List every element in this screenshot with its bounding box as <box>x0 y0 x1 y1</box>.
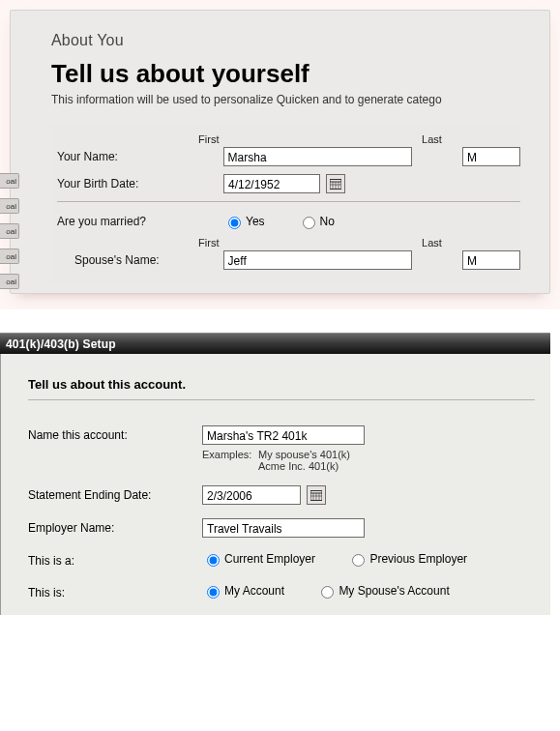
married-no-label: No <box>320 215 335 228</box>
col-header-last: Last <box>422 237 520 249</box>
your-name-label: Your Name: <box>57 150 223 163</box>
window-titlebar: 401(k)/403(b) Setup <box>0 333 550 354</box>
birth-date-input[interactable] <box>223 174 320 193</box>
married-no-option[interactable]: No <box>298 214 335 229</box>
previous-employer-option[interactable]: Previous Employer <box>347 551 467 567</box>
side-goal-tab[interactable]: oal <box>0 173 19 189</box>
col-header-first: First <box>198 133 379 145</box>
window-title: 401(k)/403(b) Setup <box>6 337 116 351</box>
calendar-icon[interactable] <box>326 174 345 193</box>
examples-label: Examples: <box>202 449 258 472</box>
spouse-first-input[interactable] <box>223 250 413 270</box>
employer-name-input[interactable] <box>202 518 365 538</box>
last-name-input[interactable] <box>462 147 520 166</box>
current-employer-option[interactable]: Current Employer <box>202 551 315 567</box>
breadcrumb: About You <box>51 32 520 49</box>
spouse-account-radio[interactable] <box>321 586 334 599</box>
side-goal-tab[interactable]: oal <box>0 223 19 239</box>
married-yes-option[interactable]: Yes <box>223 214 265 229</box>
spouse-account-option[interactable]: My Spouse's Account <box>316 583 449 599</box>
account-name-label: Name this account: <box>28 425 202 442</box>
current-employer-radio[interactable] <box>207 554 220 567</box>
side-tabs: oal oal oal oal oal <box>0 173 19 289</box>
col-header-first: First <box>198 237 379 249</box>
previous-employer-text: Previous Employer <box>369 552 467 566</box>
married-label: Are you married? <box>57 215 223 228</box>
this-is-a-label: This is a: <box>28 551 202 568</box>
page-title: Tell us about yourself <box>51 59 520 89</box>
side-goal-tab[interactable]: oal <box>0 198 19 214</box>
this-is-label: This is: <box>28 583 202 599</box>
example-text-2: Acme Inc. 401(k) <box>258 460 350 472</box>
spouse-last-input[interactable] <box>462 250 520 270</box>
married-yes-label: Yes <box>246 215 265 228</box>
example-text-1: My spouse's 401(k) <box>258 449 350 460</box>
about-you-panel: oal oal oal oal oal About You Tell us ab… <box>10 10 550 294</box>
divider <box>57 201 520 202</box>
side-goal-tab[interactable]: oal <box>0 274 19 289</box>
my-account-text: My Account <box>224 584 284 598</box>
employer-name-label: Employer Name: <box>28 518 202 535</box>
current-employer-text: Current Employer <box>224 552 315 566</box>
divider <box>28 399 535 400</box>
spouse-name-label: Spouse's Name: <box>57 253 223 267</box>
side-goal-tab[interactable]: oal <box>0 249 19 264</box>
married-no-radio[interactable] <box>303 217 315 229</box>
birth-date-label: Your Birth Date: <box>57 177 223 190</box>
spouse-account-text: My Spouse's Account <box>339 584 449 598</box>
my-account-radio[interactable] <box>207 586 220 599</box>
account-name-input[interactable] <box>202 425 365 445</box>
col-header-last: Last <box>422 133 520 145</box>
my-account-option[interactable]: My Account <box>202 583 284 599</box>
married-yes-radio[interactable] <box>228 217 241 229</box>
first-name-input[interactable] <box>223 147 413 166</box>
setup-heading: Tell us about this account. <box>28 377 535 392</box>
previous-employer-radio[interactable] <box>352 554 365 567</box>
page-subtitle: This information will be used to persona… <box>51 93 520 106</box>
calendar-icon[interactable] <box>307 485 326 505</box>
statement-date-input[interactable] <box>202 485 301 505</box>
setup-401k-window: 401(k)/403(b) Setup Tell us about this a… <box>0 333 550 615</box>
statement-date-label: Statement Ending Date: <box>28 485 202 502</box>
